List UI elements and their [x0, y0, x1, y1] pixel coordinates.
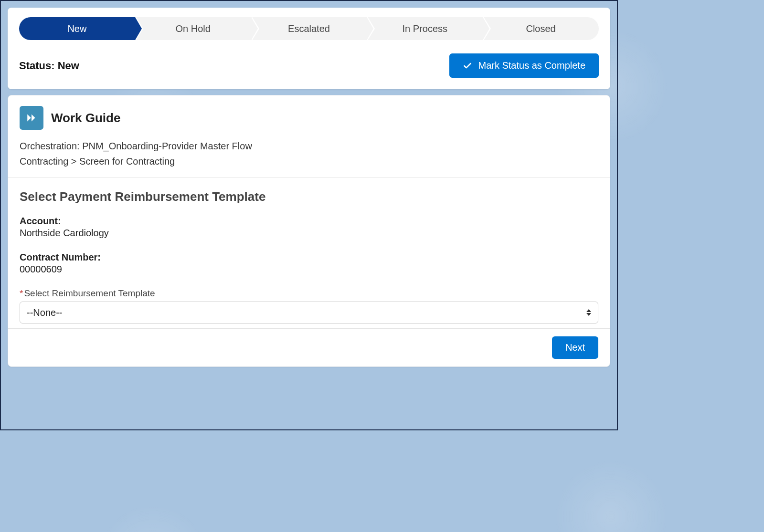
- work-guide-icon: [20, 106, 43, 130]
- section-title: Select Payment Reimbursement Template: [20, 189, 598, 204]
- status-row: Status: New Mark Status as Complete: [19, 53, 599, 78]
- work-guide-title: Work Guide: [51, 111, 120, 125]
- path-step-escalated[interactable]: Escalated: [251, 17, 367, 40]
- contract-number-label: Contract Number:: [20, 252, 598, 263]
- path-step-label: On Hold: [176, 23, 211, 34]
- work-guide-header: Work Guide Orchestration: PNM_Onboarding…: [8, 95, 610, 177]
- work-guide-card: Work Guide Orchestration: PNM_Onboarding…: [8, 95, 610, 367]
- path-step-label: Closed: [526, 23, 555, 34]
- account-value: Northside Cardiology: [20, 228, 598, 239]
- work-guide-footer: Next: [8, 328, 610, 366]
- status-text: Status: New: [19, 60, 79, 72]
- breadcrumb-line: Contracting > Screen for Contracting: [20, 154, 598, 169]
- reimbursement-template-field: *Select Reimbursement Template --None--: [20, 288, 598, 323]
- path-step-new[interactable]: New: [19, 17, 135, 40]
- check-icon: [463, 61, 472, 71]
- orchestration-line: Orchestration: PNM_Onboarding-Provider M…: [20, 138, 598, 154]
- path-step-on-hold[interactable]: On Hold: [135, 17, 251, 40]
- path-step-label: Escalated: [288, 23, 330, 34]
- status-path-card: New On Hold Escalated In Process Closed …: [8, 8, 610, 89]
- mark-complete-label: Mark Status as Complete: [478, 60, 585, 71]
- work-guide-body: Select Payment Reimbursement Template Ac…: [8, 178, 610, 328]
- path-step-in-process[interactable]: In Process: [367, 17, 483, 40]
- path-step-closed[interactable]: Closed: [483, 17, 599, 40]
- select-value: --None--: [27, 307, 62, 318]
- select-arrows-icon: [586, 309, 591, 316]
- path-step-label: In Process: [403, 23, 447, 34]
- select-label-text: Select Reimbursement Template: [24, 288, 155, 298]
- path-stepper: New On Hold Escalated In Process Closed: [19, 17, 599, 40]
- contract-number-value: 00000609: [20, 264, 598, 275]
- select-reimbursement-label: *Select Reimbursement Template: [20, 288, 598, 299]
- mark-status-complete-button[interactable]: Mark Status as Complete: [449, 53, 599, 78]
- reimbursement-template-select[interactable]: --None--: [20, 302, 598, 323]
- account-label: Account:: [20, 216, 598, 227]
- next-button[interactable]: Next: [552, 336, 598, 359]
- required-indicator: *: [20, 288, 23, 298]
- path-step-label: New: [67, 23, 86, 34]
